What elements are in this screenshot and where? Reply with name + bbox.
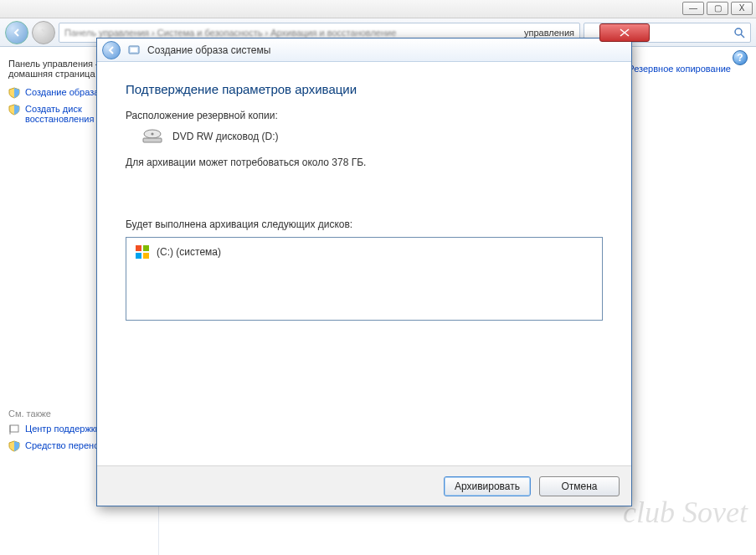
- svg-rect-8: [143, 138, 162, 142]
- dvd-drive-label: DVD RW дисковод (D:): [172, 131, 279, 142]
- backup-location-value: DVD RW дисковод (D:): [141, 128, 603, 145]
- dialog-heading: Подтверждение параметров архивации: [126, 82, 603, 96]
- system-image-icon: [127, 44, 141, 57]
- help-icon[interactable]: ?: [733, 50, 748, 65]
- backup-size-note: Для архивации может потребоваться около …: [126, 157, 603, 168]
- disk-c-label: (C:) (система): [157, 246, 221, 258]
- svg-rect-9: [136, 245, 141, 251]
- dialog-title-text: Создание образа системы: [147, 44, 270, 56]
- address-crumb-blurred: Панель управления › Система и безопаснос…: [64, 28, 396, 38]
- svg-point-7: [151, 132, 153, 135]
- system-image-dialog: Создание образа системы Подтверждение па…: [96, 38, 632, 506]
- dvd-drive-icon: [141, 128, 164, 145]
- maximize-button[interactable]: ▢: [707, 2, 728, 15]
- svg-rect-5: [131, 48, 137, 52]
- svg-rect-10: [143, 245, 149, 251]
- minimize-button[interactable]: —: [682, 2, 704, 15]
- disks-list: (C:) (система): [126, 237, 603, 321]
- svg-rect-11: [136, 253, 141, 259]
- close-button[interactable]: X: [731, 2, 753, 15]
- cancel-button[interactable]: Отмена: [539, 476, 620, 496]
- shield-icon: [8, 440, 20, 452]
- nav-back-button[interactable]: [5, 21, 28, 44]
- search-icon: [733, 27, 745, 39]
- backup-location-label: Расположение резервной копии:: [126, 110, 603, 121]
- disk-row-c: (C:) (система): [135, 244, 594, 260]
- svg-line-1: [741, 34, 744, 38]
- svg-rect-2: [10, 425, 18, 432]
- flag-icon: [8, 424, 20, 435]
- dialog-footer: Архивировать Отмена: [97, 465, 631, 506]
- window-controls: — ▢ X: [682, 2, 753, 15]
- disks-list-label: Будет выполнена архивация следующих диск…: [126, 218, 603, 230]
- link-action-center-label: Центр поддержки: [25, 424, 100, 434]
- dialog-titlebar: Создание образа системы: [97, 39, 631, 62]
- nav-forward-button[interactable]: [32, 21, 55, 44]
- windows-logo-icon: [135, 244, 150, 260]
- address-tail: управления: [524, 28, 574, 38]
- svg-point-0: [735, 28, 742, 35]
- dialog-back-button[interactable]: [102, 41, 121, 59]
- svg-rect-12: [143, 253, 149, 259]
- dialog-body: Подтверждение параметров архивации Распо…: [97, 62, 631, 465]
- shield-icon: [8, 87, 20, 99]
- shield-icon: [8, 104, 20, 116]
- browser-top-strip: [0, 0, 756, 18]
- parent-window-close-button[interactable]: [599, 23, 650, 42]
- start-backup-button[interactable]: Архивировать: [444, 476, 531, 496]
